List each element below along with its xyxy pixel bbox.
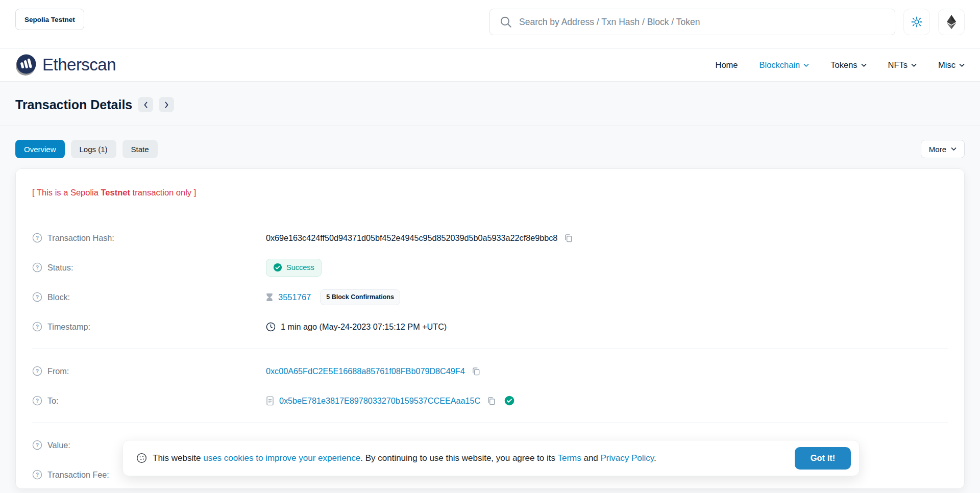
svg-text:?: ?: [36, 442, 39, 448]
cookie-consent-banner: This website uses cookies to improve you…: [122, 440, 860, 476]
contract-document-icon: [266, 396, 274, 406]
nav-label: Tokens: [830, 60, 857, 70]
got-it-button[interactable]: Got it!: [795, 447, 851, 470]
title-divider: [0, 126, 980, 126]
network-eth-button[interactable]: [938, 9, 965, 35]
row-to: ? To: 0x5beE781e3817E8978033270b159537CC…: [32, 386, 948, 415]
from-label: From:: [47, 366, 69, 376]
row-timestamp: ? Timestamp: 1 min ago (May-24-2023 07:1…: [32, 312, 948, 341]
search-box[interactable]: [489, 9, 895, 35]
section-divider: [32, 423, 948, 423]
topbar-right-group: [489, 9, 965, 35]
help-icon[interactable]: ?: [32, 366, 42, 376]
nav-item-nfts[interactable]: NFTs: [888, 60, 917, 70]
svg-text:?: ?: [36, 294, 39, 300]
cookies-info-link[interactable]: uses cookies to improve your experience: [203, 453, 360, 463]
cookie-text-part: .: [654, 453, 656, 463]
chevron-down-icon: [803, 62, 809, 67]
copy-icon[interactable]: [471, 366, 481, 376]
section-divider: [32, 349, 948, 349]
cookie-text-part: and: [581, 453, 601, 463]
help-icon[interactable]: ?: [32, 396, 42, 406]
verified-check-icon: [504, 396, 514, 406]
nav-item-home[interactable]: Home: [715, 60, 738, 70]
to-address-link[interactable]: 0x5beE781e3817E8978033270b159537CCEEAaa1…: [279, 396, 480, 406]
svg-text:?: ?: [36, 235, 39, 241]
nav-label: NFTs: [888, 60, 908, 70]
page-title: Transaction Details: [15, 97, 132, 112]
testnet-notice: [ This is a Sepolia Testnet transaction …: [32, 186, 948, 199]
tab-list: Overview Logs (1) State: [15, 140, 158, 158]
nav-label: Home: [715, 60, 738, 70]
etherscan-logo[interactable]: Etherscan: [15, 54, 116, 76]
block-label: Block:: [47, 292, 70, 302]
theme-toggle-button[interactable]: [903, 9, 930, 35]
svg-text:?: ?: [36, 264, 39, 270]
top-bar: Sepolia Testnet: [0, 0, 980, 48]
nav-item-tokens[interactable]: Tokens: [830, 60, 866, 70]
to-label: To:: [47, 396, 59, 406]
value-label: Value:: [47, 440, 70, 450]
ethereum-icon: [946, 14, 957, 30]
row-block: ? Block: 3551767 5 Block Confirmations: [32, 282, 948, 312]
tab-logs[interactable]: Logs (1): [71, 140, 116, 158]
nav-item-blockchain[interactable]: Blockchain: [760, 60, 810, 70]
search-input[interactable]: [519, 17, 886, 28]
row-from: ? From: 0xc00A65FdC2E5E16688a85761f08FBb…: [32, 356, 948, 386]
nav-label: Blockchain: [760, 60, 800, 70]
timestamp-value: 1 min ago (May-24-2023 07:15:12 PM +UTC): [281, 322, 447, 332]
next-transaction-button[interactable]: [159, 97, 174, 112]
timestamp-label: Timestamp:: [47, 322, 90, 332]
network-selector-button[interactable]: Sepolia Testnet: [15, 9, 84, 30]
cookie-text-part: . By continuing to use this website, you…: [360, 453, 557, 463]
from-address-link[interactable]: 0xc00A65FdC2E5E16688a85761f08FBb079D8C49…: [266, 366, 465, 376]
previous-transaction-button[interactable]: [138, 97, 153, 112]
tabs-row: Overview Logs (1) State More: [15, 140, 965, 158]
block-number-link[interactable]: 3551767: [278, 292, 311, 302]
notice-suffix: transaction only ]: [130, 188, 196, 197]
chevron-down-icon: [861, 62, 867, 67]
tab-overview[interactable]: Overview: [15, 140, 65, 158]
nav-item-misc[interactable]: Misc: [938, 60, 965, 70]
block-confirmations-badge: 5 Block Confirmations: [320, 289, 400, 305]
svg-text:?: ?: [36, 472, 39, 478]
status-badge-text: Success: [286, 263, 314, 272]
svg-text:?: ?: [36, 398, 39, 404]
chevron-down-icon: [959, 62, 965, 67]
help-icon[interactable]: ?: [32, 262, 42, 273]
cookie-text-part: This website: [153, 453, 203, 463]
rows-group-1: ? Transaction Hash: 0x69e163c424ff50d943…: [32, 223, 948, 341]
privacy-policy-link[interactable]: Privacy Policy: [601, 453, 654, 463]
hourglass-icon: [266, 293, 273, 302]
more-button[interactable]: More: [921, 140, 965, 158]
etherscan-transaction-page: Sepolia Testnet: [0, 0, 980, 493]
transaction-fee-label: Transaction Fee:: [47, 470, 109, 480]
more-label: More: [929, 145, 946, 154]
row-status: ? Status: Success: [32, 253, 948, 282]
tab-state[interactable]: State: [122, 140, 158, 158]
cookie-icon: [136, 453, 147, 463]
status-badge: Success: [266, 259, 322, 277]
terms-link[interactable]: Terms: [557, 453, 581, 463]
svg-text:?: ?: [36, 368, 39, 374]
help-icon[interactable]: ?: [32, 292, 42, 302]
svg-text:?: ?: [36, 324, 39, 330]
help-icon[interactable]: ?: [32, 440, 42, 450]
chevron-down-icon: [951, 147, 957, 151]
help-icon[interactable]: ?: [32, 322, 42, 332]
help-icon[interactable]: ?: [32, 233, 42, 243]
chevron-right-icon: [164, 102, 169, 108]
notice-prefix: [ This is a Sepolia: [32, 188, 101, 197]
nav-label: Misc: [938, 60, 955, 70]
help-icon[interactable]: ?: [32, 470, 42, 480]
search-icon: [499, 15, 512, 29]
sun-icon: [911, 16, 923, 28]
copy-icon[interactable]: [486, 396, 496, 406]
copy-icon[interactable]: [564, 233, 573, 243]
status-label: Status:: [47, 263, 73, 273]
etherscan-logo-icon: [15, 54, 38, 76]
notice-bold: Testnet: [101, 188, 130, 197]
check-circle-icon: [273, 263, 282, 272]
transaction-hash-value: 0x69e163c424ff50d94371d05bf452e4945c95d8…: [266, 233, 557, 243]
cookie-message: This website uses cookies to improve you…: [153, 453, 656, 463]
